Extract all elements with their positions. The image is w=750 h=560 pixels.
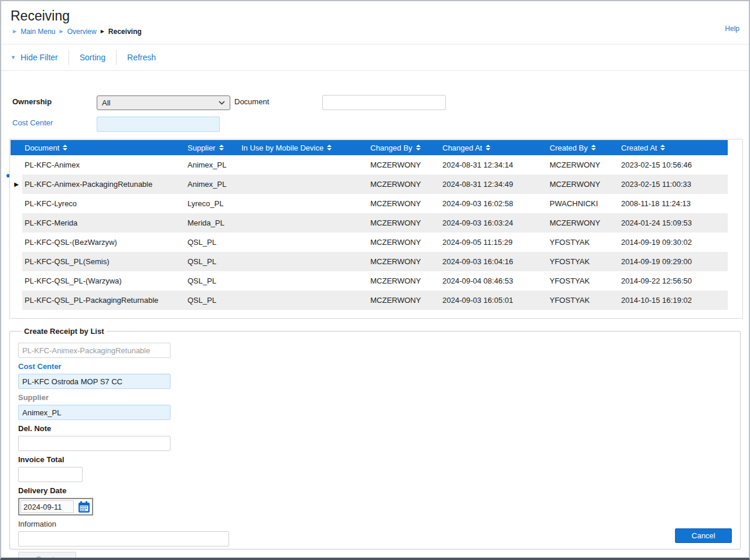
filter-panel: Ownership All Document Cost Center <box>1 93 749 139</box>
sort-icon[interactable] <box>486 145 490 151</box>
column-header[interactable]: Changed By <box>370 140 442 155</box>
table-cell <box>241 291 370 310</box>
table-row[interactable]: PL-KFC-LyrecoLyreco_PLMCZERWONY2024-09-0… <box>11 194 728 213</box>
del-note-input[interactable] <box>18 436 171 451</box>
column-header-label: Created At <box>621 144 657 152</box>
row-selection-gutter <box>11 252 22 271</box>
row-selection-gutter <box>11 194 22 213</box>
delivery-date-input[interactable] <box>21 500 74 513</box>
page-title: Receiving <box>11 8 749 24</box>
refresh-label: Refresh <box>127 53 156 62</box>
breadcrumb-main-menu[interactable]: Main Menu <box>21 28 55 36</box>
table-cell: 2023-02-15 11:00:33 <box>621 175 728 194</box>
table-cell: PL-KFC-QSL_PL(Semis) <box>22 252 188 271</box>
ownership-selected-value: All <box>102 98 110 107</box>
table-row-cells: PL-KFC-QSL_PL-(Warzywa)QSL_PLMCZERWONY20… <box>22 271 728 291</box>
app-window: Receiving Help ▶ Main Menu ▶ Overview ▶ … <box>0 0 750 560</box>
table-cell: PL-KFC-Lyreco <box>22 194 188 213</box>
column-header-label: Changed By <box>370 144 412 152</box>
column-header-label: Supplier <box>188 144 216 152</box>
table-body: PL-KFC-AnimexAnimex_PLMCZERWONY2024-08-3… <box>11 155 728 310</box>
receipt-cost-center-input[interactable] <box>18 374 171 389</box>
breadcrumb-overview[interactable]: Overview <box>67 28 97 36</box>
receipt-supplier-input[interactable] <box>18 405 171 420</box>
table-cell: 2024-09-03 16:02:58 <box>442 194 550 213</box>
column-header[interactable]: Changed At <box>442 140 550 155</box>
calendar-icon[interactable] <box>77 500 91 514</box>
receipt-document-input[interactable] <box>18 343 171 358</box>
selected-row-arrow-icon: ▶ <box>14 182 19 187</box>
table-cell: PL-KFC-Animex-PackagingRetunable <box>22 175 188 194</box>
row-selection-gutter <box>11 213 22 233</box>
chevron-down-icon <box>219 101 225 105</box>
table-cell: MCZERWONY <box>550 155 621 175</box>
document-filter-input[interactable] <box>322 95 446 110</box>
column-header[interactable]: Created By <box>550 140 621 155</box>
sort-icon[interactable] <box>591 145 596 151</box>
cost-center-filter-input[interactable] <box>97 117 220 132</box>
invoice-total-input[interactable] <box>18 467 83 482</box>
sort-icon[interactable] <box>416 145 421 151</box>
row-selection-gutter: ▶ <box>11 175 22 194</box>
table-row[interactable]: PL-KFC-QSL-(BezWarzyw)QSL_PLMCZERWONY202… <box>11 233 728 252</box>
row-selection-gutter <box>11 155 22 175</box>
table-row-cells: PL-KFC-LyrecoLyreco_PLMCZERWONY2024-09-0… <box>22 194 728 213</box>
sort-icon[interactable] <box>327 145 332 151</box>
table-cell: 2014-09-19 09:30:02 <box>621 233 728 252</box>
invoice-total-label: Invoice Total <box>18 455 732 464</box>
column-header[interactable]: Supplier <box>188 140 241 155</box>
toolbar: ▼ Hide Filter Sorting Refresh <box>1 45 749 70</box>
table-cell: MCZERWONY <box>370 175 442 194</box>
table-row[interactable]: PL-KFC-QSL_PL-PackagingReturnableQSL_PLM… <box>11 291 728 310</box>
del-note-label: Del. Note <box>18 424 732 433</box>
sort-icon[interactable] <box>63 145 67 151</box>
table-cell <box>241 271 370 291</box>
table-cell: 2024-08-31 12:34:14 <box>442 155 550 175</box>
help-link[interactable]: Help <box>725 25 739 33</box>
refresh-button[interactable]: Refresh <box>117 53 166 62</box>
column-header[interactable]: Created At <box>621 140 728 155</box>
table-cell: MCZERWONY <box>370 291 442 310</box>
sort-icon[interactable] <box>660 145 665 151</box>
table-cell: MCZERWONY <box>370 155 442 175</box>
ownership-select[interactable]: All <box>97 95 230 110</box>
create-receipt-panel: Create Receipt by List Cost Center Suppl… <box>9 327 741 549</box>
hide-filter-button[interactable]: ▼ Hide Filter <box>11 53 69 62</box>
table-cell: PWACHNICKI <box>550 194 621 213</box>
table-header-row: DocumentSupplierIn Use by Mobile DeviceC… <box>11 140 728 155</box>
table-row[interactable]: PL-KFC-AnimexAnimex_PLMCZERWONY2024-08-3… <box>11 155 728 175</box>
column-header[interactable]: In Use by Mobile Device <box>241 140 370 155</box>
breadcrumb: ▶ Main Menu ▶ Overview ▶ Receiving <box>13 28 749 36</box>
row-selection-gutter <box>11 271 22 291</box>
table-cell: 2024-09-03 16:05:01 <box>442 291 550 310</box>
create-button[interactable]: Create <box>18 552 76 560</box>
table-cell: MCZERWONY <box>370 252 442 271</box>
table-cell <box>241 213 370 233</box>
table-cell: Animex_PL <box>188 175 241 194</box>
table-cell: PL-KFC-Merida <box>22 213 188 233</box>
table-row[interactable]: PL-KFC-MeridaMerida_PLMCZERWONY2024-09-0… <box>11 213 728 233</box>
table-row[interactable]: ▶PL-KFC-Animex-PackagingRetunableAnimex_… <box>11 175 728 194</box>
table-cell: MCZERWONY <box>370 213 442 233</box>
table-cell: QSL_PL <box>188 271 241 291</box>
table-cell <box>241 155 370 175</box>
column-header-label: Document <box>25 144 59 152</box>
table-cell: QSL_PL <box>188 252 241 271</box>
receipt-cost-center-label: Cost Center <box>18 362 732 371</box>
breadcrumb-arrow-icon: ▶ <box>101 29 104 34</box>
column-header-label: Created By <box>550 144 588 152</box>
column-header[interactable]: Document <box>11 140 188 155</box>
sorting-button[interactable]: Sorting <box>69 53 116 62</box>
breadcrumb-receiving: Receiving <box>108 28 142 36</box>
document-filter-label: Document <box>234 97 269 106</box>
sort-icon[interactable] <box>219 145 224 151</box>
information-input[interactable] <box>18 531 229 547</box>
caret-down-icon: ▼ <box>11 55 16 60</box>
table-cell <box>241 175 370 194</box>
table-row-cells: PL-KFC-Animex-PackagingRetunableAnimex_P… <box>22 175 728 194</box>
table-row[interactable]: PL-KFC-QSL_PL-(Warzywa)QSL_PLMCZERWONY20… <box>11 271 728 291</box>
table-row[interactable]: PL-KFC-QSL_PL(Semis)QSL_PLMCZERWONY2024-… <box>11 252 728 271</box>
documents-table: DocumentSupplierIn Use by Mobile DeviceC… <box>9 139 743 319</box>
cancel-button[interactable]: Cancel <box>675 528 732 543</box>
table-cell: MCZERWONY <box>550 213 621 233</box>
